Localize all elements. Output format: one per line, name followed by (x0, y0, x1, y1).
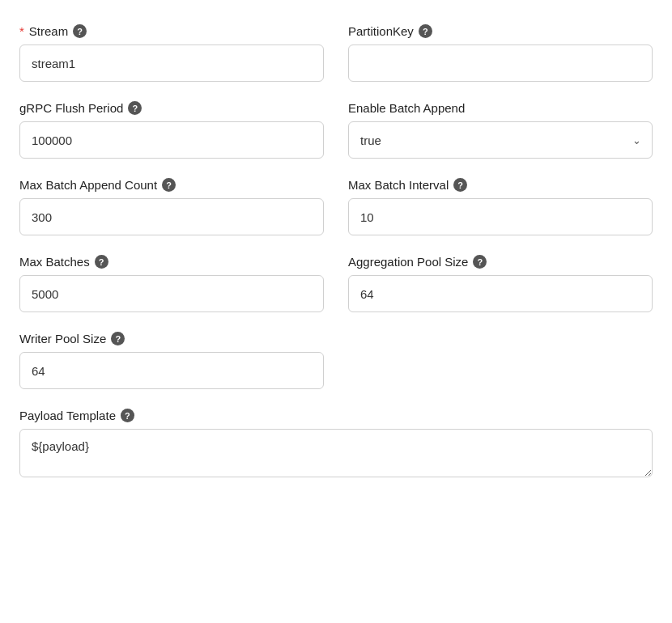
payload-template-textarea[interactable]: ${payload} (19, 429, 653, 477)
stream-label: * Stream ? (19, 24, 324, 38)
max-batches-help-icon[interactable]: ? (95, 255, 108, 269)
aggregation-pool-size-label: Aggregation Pool Size ? (348, 255, 653, 269)
payload-template-field: Payload Template ? ${payload} (19, 409, 653, 481)
max-batches-input[interactable] (19, 275, 324, 312)
partition-key-input[interactable] (348, 44, 653, 82)
stream-field: * Stream ? (19, 24, 324, 82)
aggregation-pool-size-input[interactable] (348, 275, 653, 312)
stream-label-text: Stream (29, 24, 68, 38)
grpc-flush-period-field: gRPC Flush Period ? (19, 101, 324, 159)
max-batch-interval-field: Max Batch Interval ? (348, 178, 653, 235)
stream-help-icon[interactable]: ? (73, 24, 87, 38)
partition-key-field: PartitionKey ? (348, 24, 653, 82)
payload-template-help-icon[interactable]: ? (121, 409, 134, 422)
writer-pool-size-field: Writer Pool Size ? (19, 332, 324, 389)
partition-key-help-icon[interactable]: ? (419, 24, 432, 38)
enable-batch-append-select-wrapper: true false ⌄ (348, 121, 653, 159)
max-batch-append-count-help-icon[interactable]: ? (162, 178, 176, 192)
enable-batch-append-field: Enable Batch Append true false ⌄ (348, 101, 653, 159)
max-batch-interval-input[interactable] (348, 198, 653, 235)
stream-input[interactable] (19, 44, 324, 82)
grpc-flush-period-label: gRPC Flush Period ? (19, 101, 324, 115)
stream-required-star: * (19, 24, 24, 38)
partition-key-label: PartitionKey ? (348, 24, 653, 38)
enable-batch-append-label-text: Enable Batch Append (348, 101, 465, 115)
writer-pool-size-label-text: Writer Pool Size (19, 332, 106, 345)
max-batch-append-count-label: Max Batch Append Count ? (19, 178, 324, 192)
partition-key-label-text: PartitionKey (348, 24, 414, 38)
grpc-flush-period-label-text: gRPC Flush Period (19, 101, 123, 115)
aggregation-pool-size-label-text: Aggregation Pool Size (348, 255, 468, 269)
writer-pool-size-input[interactable] (19, 352, 324, 389)
payload-template-label: Payload Template ? (19, 409, 653, 422)
max-batch-append-count-field: Max Batch Append Count ? (19, 178, 324, 235)
aggregation-pool-size-field: Aggregation Pool Size ? (348, 255, 653, 312)
max-batches-label-text: Max Batches (19, 255, 90, 269)
max-batch-append-count-input[interactable] (19, 198, 324, 235)
payload-template-label-text: Payload Template (19, 409, 116, 422)
max-batch-interval-label: Max Batch Interval ? (348, 178, 653, 192)
grpc-flush-period-input[interactable] (19, 121, 324, 159)
grpc-flush-period-help-icon[interactable]: ? (128, 101, 142, 115)
max-batches-label: Max Batches ? (19, 255, 324, 269)
enable-batch-append-label: Enable Batch Append (348, 101, 653, 115)
writer-pool-size-help-icon[interactable]: ? (111, 332, 125, 345)
writer-pool-size-label: Writer Pool Size ? (19, 332, 324, 345)
max-batch-interval-label-text: Max Batch Interval (348, 178, 449, 192)
max-batches-field: Max Batches ? (19, 255, 324, 312)
max-batch-interval-help-icon[interactable]: ? (453, 178, 467, 192)
empty-cell (348, 332, 653, 389)
aggregation-pool-size-help-icon[interactable]: ? (473, 255, 487, 269)
max-batch-append-count-label-text: Max Batch Append Count (19, 178, 157, 192)
enable-batch-append-select[interactable]: true false (348, 121, 653, 159)
